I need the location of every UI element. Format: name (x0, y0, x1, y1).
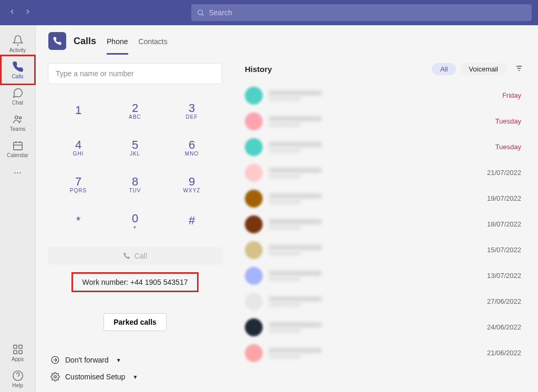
history-row[interactable]: Friday (245, 82, 523, 108)
rail-calls[interactable]: Calls (4, 57, 32, 83)
work-number-display: Work number: +44 1905 543517 (71, 272, 199, 292)
key-digit: * (76, 214, 81, 228)
rail-chat[interactable]: Chat (4, 83, 32, 109)
avatar (245, 87, 263, 105)
history-row[interactable]: 24/06/2022 (245, 314, 523, 340)
keypad-key-#[interactable]: # (164, 204, 219, 238)
filter-icon[interactable] (515, 64, 523, 75)
contact-sub (269, 277, 301, 281)
history-row[interactable]: 18/07/2022 (245, 211, 523, 237)
parked-calls-button[interactable]: Parked calls (104, 313, 167, 331)
filter-all[interactable]: All (432, 63, 456, 75)
contact-info (269, 116, 495, 127)
history-row[interactable]: Tuesday (245, 108, 523, 134)
contact-info (269, 168, 487, 178)
keypad-key-9[interactable]: 9WXYZ (164, 167, 219, 201)
contact-sub (269, 251, 301, 255)
key-digit: 2 (132, 101, 138, 115)
contact-info (269, 322, 487, 333)
contact-sub (269, 200, 301, 204)
svg-point-0 (198, 10, 203, 15)
dialer-pane: 12ABC3DEF4GHI5JKL6MNO7PQRS8TUV9WXYZ*0+# … (36, 57, 234, 392)
rail-label: Teams (10, 126, 25, 132)
key-subtext: JKL (130, 151, 140, 157)
call-date: 24/06/2022 (487, 323, 521, 331)
rail-label: Chat (12, 100, 23, 106)
rail-activity[interactable]: Activity (4, 30, 32, 57)
dial-input[interactable] (48, 63, 222, 84)
contact-sub (269, 174, 301, 178)
contact-name (269, 271, 322, 276)
history-row[interactable]: 21/07/2022 (245, 160, 523, 185)
svg-rect-8 (13, 345, 16, 348)
customised-setup[interactable]: Customised Setup ▼ (50, 372, 223, 381)
call-button[interactable]: Call (48, 247, 222, 265)
keypad-key-4[interactable]: 4GHI (51, 130, 106, 164)
rail-help[interactable]: Help (4, 366, 32, 392)
search-icon (196, 8, 204, 17)
key-subtext: GHI (73, 151, 84, 157)
contact-name (269, 219, 322, 224)
history-row[interactable]: Tuesday (245, 134, 523, 160)
key-digit: 9 (189, 175, 195, 189)
contact-sub (269, 225, 301, 230)
key-digit: 6 (189, 138, 195, 152)
key-digit: 1 (75, 104, 81, 117)
keypad-key-7[interactable]: 7PQRS (51, 167, 106, 201)
keypad-key-*[interactable]: * (51, 204, 106, 238)
call-date: 15/07/2022 (487, 246, 521, 254)
avatar (245, 293, 263, 311)
avatar (245, 241, 263, 259)
tab-phone[interactable]: Phone (107, 28, 128, 55)
contact-info (269, 90, 502, 101)
rail-label: Calls (12, 74, 23, 79)
history-row[interactable]: 27/06/2022 (245, 288, 523, 314)
key-digit: 8 (132, 175, 138, 189)
search-input[interactable] (209, 8, 526, 17)
contact-sub (269, 97, 301, 101)
setup-label: Customised Setup (65, 373, 125, 381)
nav-forward-button[interactable] (22, 6, 34, 19)
history-row[interactable]: 19/07/2022 (245, 185, 523, 211)
rail-more-button[interactable]: ··· (14, 162, 22, 183)
contact-info (269, 142, 495, 152)
contact-info (269, 193, 487, 204)
contact-name (269, 90, 322, 96)
contact-info (269, 296, 487, 307)
title-bar (0, 0, 538, 25)
contact-name (269, 116, 322, 121)
call-date: Tuesday (495, 117, 521, 125)
call-date: Tuesday (495, 143, 521, 151)
avatar (245, 344, 263, 362)
keypad-key-1[interactable]: 1 (51, 94, 106, 127)
history-row[interactable]: 21/06/2022 (245, 340, 523, 366)
keypad-key-2[interactable]: 2ABC (108, 94, 162, 127)
key-digit: 3 (189, 101, 195, 115)
keypad-key-0[interactable]: 0+ (108, 204, 162, 238)
contact-name (269, 296, 322, 302)
calls-app-icon (48, 32, 66, 50)
history-pane: History All Voicemail FridayTuesdayTuesd… (234, 57, 538, 392)
forward-setting[interactable]: Don't forward ▼ (50, 355, 223, 365)
rail-apps[interactable]: Apps (4, 339, 32, 366)
nav-back-button[interactable] (6, 6, 18, 19)
keypad-key-6[interactable]: 6MNO (164, 130, 219, 164)
caret-down-icon: ▼ (132, 374, 138, 380)
history-title: History (245, 65, 272, 74)
search-box[interactable] (191, 4, 532, 21)
call-date: 19/07/2022 (487, 194, 521, 202)
history-row[interactable]: 15/07/2022 (245, 237, 523, 263)
filter-voicemail[interactable]: Voicemail (460, 63, 506, 75)
svg-point-3 (19, 117, 21, 119)
rail-teams[interactable]: Teams (4, 109, 32, 136)
contact-name (269, 245, 322, 250)
keypad-key-5[interactable]: 5JKL (108, 130, 162, 164)
key-digit: 0 (132, 212, 138, 225)
keypad-key-8[interactable]: 8TUV (108, 167, 162, 201)
rail-calendar[interactable]: Calendar (4, 136, 32, 162)
history-row[interactable]: 13/07/2022 (245, 263, 523, 288)
keypad-key-3[interactable]: 3DEF (164, 94, 219, 127)
call-date: Friday (502, 91, 521, 99)
tab-contacts[interactable]: Contacts (139, 28, 168, 55)
key-subtext: WXYZ (183, 188, 201, 193)
